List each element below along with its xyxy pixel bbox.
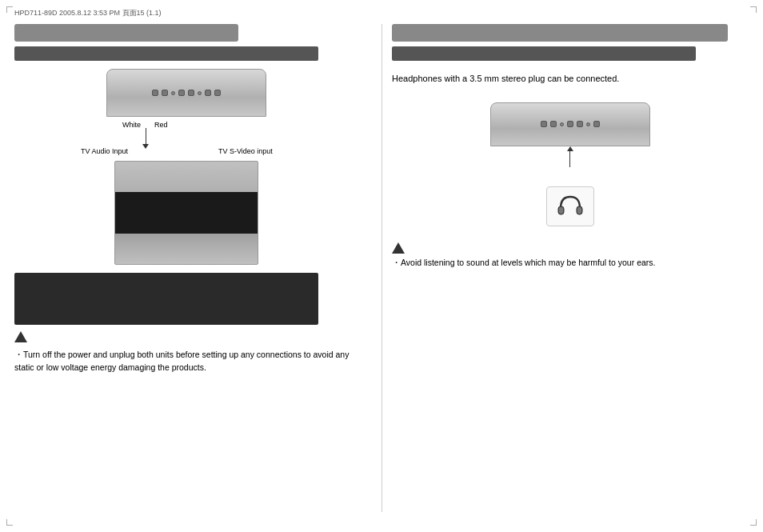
down-arrow — [142, 128, 149, 149]
svg-rect-2 — [559, 207, 563, 214]
left-section-bar — [14, 24, 238, 42]
black-bar-section — [14, 273, 318, 325]
hp-port-1 — [541, 121, 547, 127]
port-1 — [152, 90, 158, 96]
headphone-icon — [554, 190, 586, 222]
left-warning-section: ・Turn off the power and unplug both unit… — [14, 331, 358, 374]
hp-port-2 — [550, 121, 557, 127]
white-label: White — [122, 121, 141, 129]
headphone-device-top — [490, 102, 650, 146]
hp-port-6 — [586, 122, 590, 126]
right-sub-bar — [392, 46, 696, 61]
port-5 — [188, 90, 194, 96]
corner-mark-bl — [6, 519, 13, 526]
up-arrow-line — [569, 151, 570, 167]
port-4 — [178, 90, 185, 96]
port-6 — [198, 91, 202, 95]
right-warning-section: ・Avoid listening to sound at levels whic… — [392, 242, 748, 270]
right-warning-row — [392, 242, 748, 257]
up-arrow — [567, 146, 573, 167]
hp-port-3 — [560, 122, 564, 126]
device-screen — [114, 161, 258, 265]
headphone-image-area — [458, 102, 682, 226]
hp-port-4 — [567, 121, 573, 127]
right-section-bar — [392, 24, 728, 42]
port-2 — [162, 90, 168, 96]
headphone-device-ports — [541, 121, 600, 127]
corner-mark-tr — [750, 6, 757, 13]
port-8 — [214, 90, 221, 96]
warning-triangle-right — [392, 242, 405, 254]
headphone-description: Headphones with a 3.5 mm stereo plug can… — [392, 72, 712, 86]
hp-port-5 — [577, 121, 583, 127]
left-column: White Red TV Audio Input TV S-Video inpu… — [14, 24, 358, 508]
page-header: HPD711-89D 2005.8.12 3:53 PM 頁面15 (1.1) — [14, 8, 162, 18]
left-device-image: White Red TV Audio Input TV S-Video inpu… — [74, 69, 298, 265]
tv-svideo-label: TV S-Video input — [218, 147, 273, 155]
corner-mark-tl — [6, 6, 13, 13]
arrow-head — [142, 144, 149, 149]
right-warning-text: ・Avoid listening to sound at levels whic… — [392, 257, 704, 270]
tv-audio-label: TV Audio Input — [81, 147, 128, 155]
left-sub-bar — [14, 46, 318, 61]
left-warning-text: ・Turn off the power and unplug both unit… — [14, 349, 358, 374]
port-labels: White Red TV Audio Input TV S-Video inpu… — [74, 117, 298, 157]
warning-triangle-left — [14, 331, 27, 342]
corner-mark-br — [750, 519, 757, 526]
port-3 — [171, 91, 175, 95]
right-column: Headphones with a 3.5 mm stereo plug can… — [392, 24, 748, 508]
column-divider — [382, 24, 382, 512]
device-ports — [152, 90, 221, 96]
svg-rect-3 — [577, 207, 581, 214]
red-label: Red — [154, 121, 168, 129]
left-warning-row — [14, 331, 358, 346]
hp-port-7 — [593, 121, 600, 127]
arrow-line — [146, 128, 146, 144]
port-7 — [205, 90, 211, 96]
headphone-icon-wrapper — [546, 186, 594, 226]
headphone-arrow-area — [458, 146, 682, 186]
device-top-panel — [106, 69, 266, 117]
